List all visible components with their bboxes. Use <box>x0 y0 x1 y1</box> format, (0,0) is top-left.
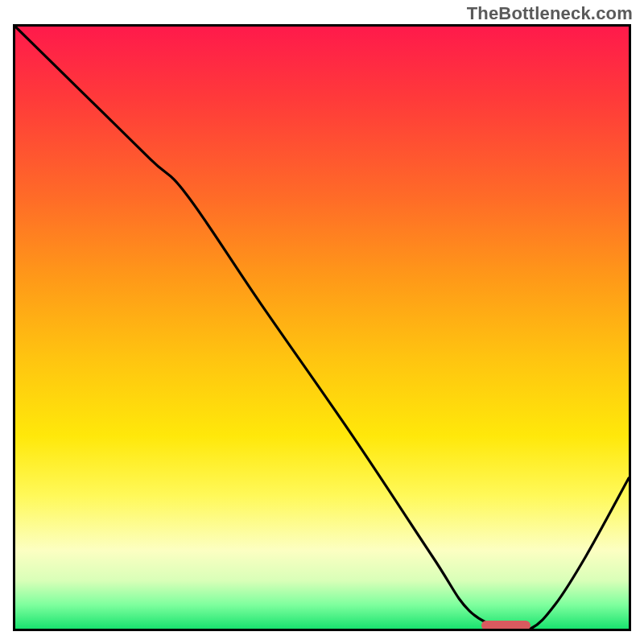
watermark-text: TheBottleneck.com <box>467 3 633 24</box>
optimal-range-marker <box>481 621 530 630</box>
bottleneck-curve <box>15 27 629 629</box>
plot-area <box>13 24 631 631</box>
chart-frame: TheBottleneck.com <box>0 0 644 644</box>
